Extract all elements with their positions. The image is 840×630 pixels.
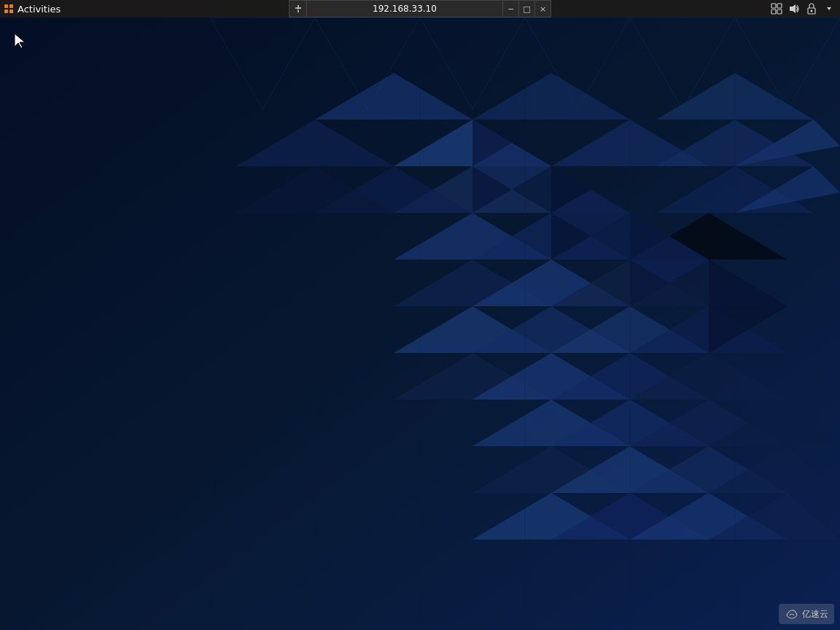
svg-rect-69 bbox=[9, 9, 13, 13]
window-close-button[interactable]: × bbox=[534, 1, 551, 17]
svg-rect-76 bbox=[777, 9, 782, 14]
top-panel: Activities 192.168.33.10 − □ × bbox=[0, 0, 840, 18]
window-pin-button[interactable] bbox=[289, 1, 307, 17]
system-tray bbox=[769, 1, 840, 17]
svg-rect-71 bbox=[295, 7, 301, 9]
security-tray-icon[interactable] bbox=[804, 1, 820, 17]
window-maximize-button[interactable]: □ bbox=[518, 1, 534, 17]
volume-tray-icon[interactable] bbox=[786, 1, 802, 17]
panel-left: Activities bbox=[0, 3, 61, 15]
svg-rect-66 bbox=[4, 4, 8, 8]
svg-rect-73 bbox=[771, 4, 776, 8]
svg-rect-75 bbox=[771, 9, 776, 14]
network-tray-icon[interactable] bbox=[769, 1, 785, 17]
window-titlebar: 192.168.33.10 − □ × bbox=[289, 0, 551, 18]
window-title: 192.168.33.10 bbox=[307, 4, 502, 14]
watermark-text: 亿速云 bbox=[802, 608, 828, 621]
svg-point-79 bbox=[811, 10, 813, 12]
svg-rect-72 bbox=[298, 10, 299, 12]
desktop bbox=[0, 0, 840, 630]
svg-rect-68 bbox=[4, 9, 8, 13]
desktop-background bbox=[0, 0, 840, 630]
window-controls: − □ × bbox=[502, 1, 551, 17]
watermark: 亿速云 bbox=[779, 604, 834, 624]
activities-icon bbox=[3, 3, 15, 15]
tray-dropdown-arrow[interactable] bbox=[821, 1, 837, 17]
activities-label[interactable]: Activities bbox=[18, 4, 61, 15]
svg-rect-74 bbox=[777, 4, 782, 8]
watermark-icon bbox=[785, 607, 799, 621]
svg-rect-67 bbox=[9, 4, 13, 8]
svg-marker-77 bbox=[790, 4, 796, 13]
window-minimize-button[interactable]: − bbox=[502, 1, 518, 17]
svg-marker-80 bbox=[827, 7, 831, 10]
